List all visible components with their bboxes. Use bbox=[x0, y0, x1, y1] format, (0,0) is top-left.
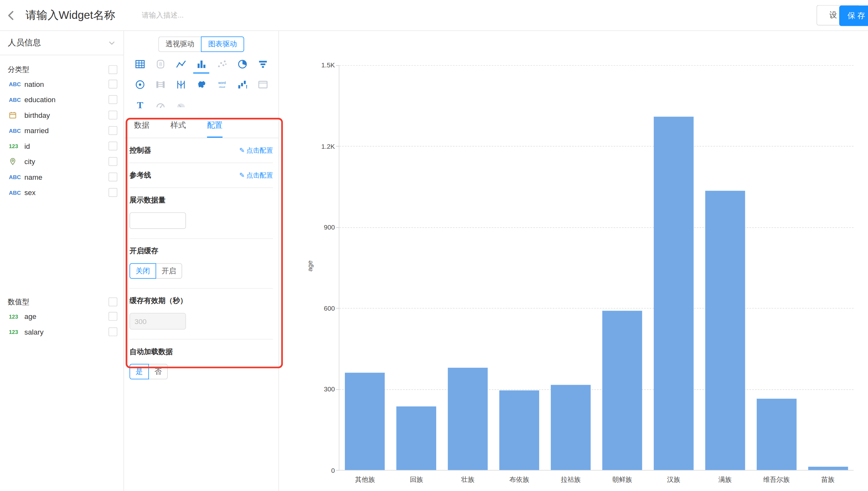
field-name: age bbox=[24, 312, 36, 320]
bar-布依族[interactable] bbox=[499, 391, 540, 470]
reference-line-row: 参考线 ✎点击配置 bbox=[130, 163, 273, 188]
field-row-id[interactable]: 123 id bbox=[0, 138, 124, 153]
field-row-name[interactable]: ABC name bbox=[0, 169, 124, 184]
bar-苗族[interactable] bbox=[808, 467, 848, 470]
bar-壮族[interactable] bbox=[448, 368, 488, 470]
bar-满族[interactable] bbox=[705, 191, 745, 470]
field-row-city[interactable]: city bbox=[0, 154, 124, 169]
field-checkbox[interactable] bbox=[108, 95, 117, 104]
chevron-left-icon bbox=[6, 10, 16, 20]
wordcloud-icon: word cloud bbox=[216, 79, 228, 90]
chart-type-table[interactable] bbox=[130, 58, 150, 70]
cache-expire-input[interactable] bbox=[130, 313, 186, 329]
bar-slot: 苗族 bbox=[802, 65, 853, 470]
field-row-age[interactable]: 123 age bbox=[0, 309, 124, 324]
bar-chart-icon bbox=[196, 59, 207, 70]
reference-configure-link[interactable]: ✎点击配置 bbox=[239, 171, 273, 180]
field-name: sex bbox=[24, 189, 35, 197]
cache-toggle: 关闭 开启 bbox=[130, 263, 182, 279]
field-row-sex[interactable]: ABC sex bbox=[0, 185, 124, 200]
chart-type-waterfall[interactable] bbox=[232, 79, 252, 91]
field-name: salary bbox=[24, 327, 44, 336]
field-row-salary[interactable]: 123 salary bbox=[0, 324, 124, 339]
text-type-label: ABC bbox=[9, 81, 24, 87]
display-limit-group: 展示数据量 bbox=[130, 188, 273, 239]
chart-type-map[interactable] bbox=[191, 79, 212, 91]
x-tick-label: 布依族 bbox=[494, 475, 545, 484]
field-row-nation[interactable]: ABC nation bbox=[0, 76, 124, 92]
autoload-no-button[interactable]: 否 bbox=[148, 364, 168, 379]
back-button[interactable] bbox=[0, 0, 22, 31]
field-row-married[interactable]: ABC married bbox=[0, 123, 124, 138]
widget-description-input[interactable] bbox=[142, 11, 225, 20]
chart-type-line[interactable] bbox=[170, 58, 191, 70]
cache-on-button[interactable]: 开启 bbox=[156, 263, 182, 279]
chart-type-wordcloud[interactable]: word cloud bbox=[212, 79, 232, 91]
y-tick-mark bbox=[336, 146, 339, 147]
display-limit-label: 展示数据量 bbox=[130, 195, 273, 205]
bar-slot: 其他族 bbox=[340, 65, 391, 470]
numeric-section-checkbox[interactable] bbox=[108, 297, 117, 307]
field-checkbox[interactable] bbox=[108, 111, 117, 119]
bar-朝鲜族[interactable] bbox=[602, 311, 642, 470]
bar-其他族[interactable] bbox=[345, 373, 385, 470]
bar-汉族[interactable] bbox=[654, 117, 694, 470]
chart-type-text[interactable]: T bbox=[130, 99, 150, 111]
chart-type-iframe[interactable] bbox=[252, 79, 273, 91]
chart-type-bar[interactable] bbox=[191, 58, 212, 70]
chart-type-funnel[interactable] bbox=[252, 58, 273, 70]
text-type-label: ABC bbox=[9, 96, 24, 103]
fields-sidebar: 人员信息 分类型 ABC nation ABC education bbox=[0, 31, 124, 491]
cache-off-button[interactable]: 关闭 bbox=[130, 263, 156, 279]
field-row-education[interactable]: ABC education bbox=[0, 92, 124, 107]
field-checkbox[interactable] bbox=[108, 312, 117, 321]
waterfall-chart-icon bbox=[237, 79, 248, 90]
pivot-mode-button[interactable]: 透视驱动 bbox=[158, 36, 201, 52]
y-tick-mark bbox=[336, 308, 339, 309]
field-checkbox[interactable] bbox=[108, 327, 117, 336]
display-limit-input[interactable] bbox=[130, 212, 186, 229]
bar-维吾尔族[interactable] bbox=[757, 398, 796, 470]
field-checkbox[interactable] bbox=[108, 157, 117, 166]
bar-拉祜族[interactable] bbox=[551, 385, 591, 470]
bar-slot: 汉族 bbox=[648, 65, 699, 470]
category-section-row: 分类型 bbox=[0, 63, 124, 76]
chart-type-gauge[interactable] bbox=[150, 99, 170, 111]
autoload-yes-button[interactable]: 是 bbox=[130, 364, 149, 379]
tab-config[interactable]: 配置 bbox=[207, 121, 222, 138]
chart-type-sankey[interactable] bbox=[150, 79, 170, 91]
bar-回族[interactable] bbox=[397, 407, 437, 470]
pie-chart-icon bbox=[237, 59, 248, 70]
chevron-down-icon bbox=[108, 39, 116, 47]
line-chart-icon bbox=[175, 59, 186, 70]
chart-type-parallel[interactable] bbox=[170, 79, 191, 91]
cache-expire-group: 缓存有效期（秒） bbox=[130, 289, 273, 339]
chart-type-radar[interactable] bbox=[130, 79, 150, 91]
chart-type-scatter[interactable] bbox=[212, 58, 232, 70]
chart-type-scorecard[interactable]: 8 bbox=[150, 58, 170, 70]
field-checkbox[interactable] bbox=[108, 188, 117, 197]
field-checkbox[interactable] bbox=[108, 80, 117, 88]
chart-type-speedometer[interactable] bbox=[170, 99, 191, 111]
field-checkbox[interactable] bbox=[108, 126, 117, 135]
save-button[interactable]: 保 存 bbox=[839, 5, 868, 26]
category-section-checkbox[interactable] bbox=[108, 65, 117, 74]
field-name: birthday bbox=[24, 111, 50, 119]
controller-label: 控制器 bbox=[130, 146, 151, 155]
numeric-section-label: 数值型 bbox=[8, 297, 29, 307]
collapse-button[interactable] bbox=[108, 39, 116, 47]
field-name: name bbox=[24, 173, 42, 181]
calendar-icon bbox=[9, 111, 24, 119]
field-checkbox[interactable] bbox=[108, 172, 117, 181]
chart-type-pie[interactable] bbox=[232, 58, 252, 70]
widget-name-input[interactable] bbox=[26, 9, 134, 22]
controller-configure-link[interactable]: ✎点击配置 bbox=[239, 146, 273, 155]
field-checkbox[interactable] bbox=[108, 141, 117, 150]
field-row-birthday[interactable]: birthday bbox=[0, 107, 124, 123]
pencil-icon: ✎ bbox=[239, 171, 244, 179]
tab-data[interactable]: 数据 bbox=[134, 121, 149, 138]
table-chart-icon bbox=[134, 59, 145, 70]
tab-style[interactable]: 样式 bbox=[170, 121, 186, 138]
chart-mode-button[interactable]: 图表驱动 bbox=[201, 36, 244, 52]
text-type-label: ABC bbox=[9, 189, 24, 195]
